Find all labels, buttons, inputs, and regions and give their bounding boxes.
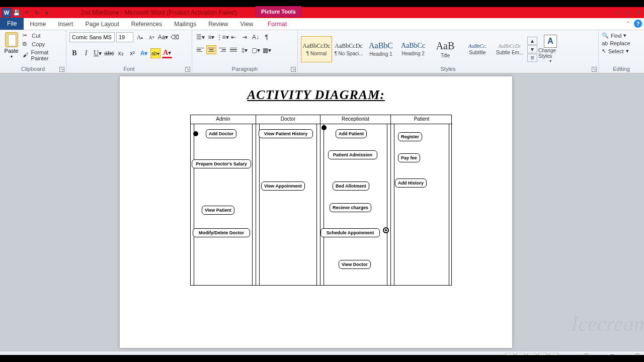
align-center-button[interactable] [206, 45, 216, 54]
paragraph-launcher[interactable]: ↘ [291, 67, 296, 72]
multilevel-button[interactable]: ⋮≡▾ [217, 32, 227, 42]
scissors-icon: ✂ [23, 32, 30, 39]
group-label-paragraph: Paragraph [195, 66, 294, 73]
change-case-button[interactable]: Aa▾ [158, 32, 168, 42]
document-page: ACTIVITY DIAGRAM: Admin Doctor Reception… [120, 76, 512, 348]
borders-button[interactable]: ▦▾ [262, 45, 272, 55]
lane-doctor: Doctor [256, 115, 320, 124]
tab-view[interactable]: View [234, 19, 260, 30]
qat-customize-icon[interactable]: ▾ [42, 8, 51, 17]
styles-gallery[interactable]: AaBbCcDc¶ Normal AaBbCcDc¶ No Spaci... A… [301, 32, 595, 66]
font-size-input[interactable] [116, 32, 133, 42]
numbering-button[interactable]: ≡▾ [206, 32, 216, 42]
minimize-ribbon-icon[interactable]: ˆ [624, 20, 632, 28]
style-title[interactable]: AaBTitle [430, 36, 461, 62]
sort-button[interactable]: A↓ [251, 32, 261, 42]
superscript-button[interactable]: x² [127, 48, 137, 58]
style-subtitle[interactable]: AaBbCc.Subtitle [462, 36, 493, 62]
bullets-button[interactable]: ☰▾ [195, 32, 205, 42]
font-color-button[interactable]: A▾ [162, 48, 172, 58]
lane-admin: Admin [191, 115, 256, 124]
line-spacing-button[interactable]: ‡▾ [239, 45, 250, 55]
cut-button[interactable]: ✂Cut [23, 32, 63, 39]
style-no-spacing[interactable]: AaBbCcDc¶ No Spaci... [333, 36, 364, 62]
text-effects-button[interactable]: A▾ [139, 48, 149, 58]
underline-button[interactable]: U▾ [93, 48, 103, 58]
node-view-history: View Patient History [259, 129, 313, 138]
start-node-admin [193, 131, 198, 136]
styles-row-down[interactable]: ▾ [527, 45, 537, 53]
replace-button[interactable]: abReplace [602, 40, 630, 46]
increase-indent-button[interactable]: ⇥ [239, 32, 250, 42]
subscript-button[interactable]: x₂ [116, 48, 126, 58]
word-app-icon: W [2, 8, 11, 17]
grow-font-button[interactable]: A▴ [135, 32, 145, 42]
group-label-font: Font [69, 66, 189, 73]
font-launcher[interactable]: ↘ [185, 67, 190, 72]
change-styles-button[interactable]: A Change Styles ▾ [538, 35, 562, 63]
styles-launcher[interactable]: ↘ [592, 67, 597, 72]
node-register: Register [398, 132, 422, 141]
tab-review[interactable]: Review [202, 19, 234, 30]
group-label-editing: Editing [602, 66, 641, 73]
tab-insert[interactable]: Insert [52, 19, 79, 30]
font-name-input[interactable] [69, 32, 115, 42]
style-heading-2[interactable]: AaBbCcHeading 2 [397, 36, 429, 62]
lane-patient: Patient [391, 115, 452, 124]
align-left-button[interactable] [195, 45, 205, 54]
clipboard-launcher[interactable]: ↘ [59, 67, 64, 72]
italic-button[interactable]: I [81, 48, 91, 58]
help-icon[interactable]: ? [634, 20, 642, 28]
style-heading-1[interactable]: AaBbCHeading 1 [365, 36, 396, 62]
document-area[interactable]: ACTIVITY DIAGRAM: Admin Doctor Reception… [0, 73, 644, 351]
brush-icon: 🖌 [23, 52, 29, 59]
qat-redo-icon[interactable]: ↻ [32, 8, 41, 17]
shrink-font-button[interactable]: A▾ [146, 32, 156, 42]
title-bar: W 💾 ↶ ↻ ▾ 2nd MileStone - Microsoft Word… [0, 7, 644, 18]
style-normal[interactable]: AaBbCcDc¶ Normal [301, 36, 332, 62]
find-button[interactable]: 🔍Find ▾ [602, 32, 626, 39]
paste-button[interactable]: Paste ▾ [3, 32, 20, 59]
styles-more[interactable]: ≡ [527, 54, 537, 62]
tab-page-layout[interactable]: Page Layout [79, 19, 125, 30]
document-heading: ACTIVITY DIAGRAM: [120, 87, 512, 103]
justify-button[interactable] [228, 45, 238, 54]
clear-formatting-button[interactable]: ⌫ [170, 32, 180, 42]
node-patient-admission: Patient Admission [328, 150, 377, 159]
strikethrough-button[interactable]: abc [104, 48, 114, 58]
activity-diagram[interactable]: Admin Doctor Receptionist Patient Add Do… [190, 115, 452, 286]
node-view-appointment: View Appoinment [261, 182, 305, 191]
node-add-history: Add History [395, 178, 427, 188]
highlight-button[interactable]: ab▾ [150, 48, 160, 58]
qat-save-icon[interactable]: 💾 [12, 8, 21, 17]
letterbox-bottom [0, 355, 644, 362]
decrease-indent-button[interactable]: ⇤ [228, 32, 238, 42]
replace-icon: ab [602, 40, 608, 46]
ribbon-tabs: File Home Insert Page Layout References … [0, 18, 644, 30]
group-label-styles: Styles [301, 66, 595, 73]
copy-button[interactable]: ⧉Copy [23, 41, 63, 48]
styles-row-up[interactable]: ▴ [527, 37, 537, 45]
tab-file[interactable]: File [0, 18, 24, 30]
show-marks-button[interactable]: ¶ [262, 32, 272, 42]
style-subtle-emphasis[interactable]: AaBbCcDcSubtle Em... [494, 36, 525, 62]
select-button[interactable]: ↖Select ▾ [602, 48, 629, 54]
node-schedule-appointment: Schedule Appoinment [320, 228, 380, 237]
tab-references[interactable]: References [125, 19, 168, 30]
tab-mailings[interactable]: Mailings [168, 19, 202, 30]
tab-format[interactable]: Format [262, 19, 293, 30]
qat-undo-icon[interactable]: ↶ [22, 8, 31, 17]
change-styles-icon: A [544, 35, 557, 48]
format-painter-button[interactable]: 🖌Format Painter [23, 49, 63, 61]
contextual-tab-group: Picture Tools [256, 6, 301, 17]
bold-button[interactable]: B [69, 48, 79, 58]
maximize-button[interactable]: □ [626, 9, 630, 16]
end-node [383, 227, 389, 233]
align-right-button[interactable] [217, 45, 227, 54]
shading-button[interactable]: ▢▾ [251, 45, 261, 55]
tab-home[interactable]: Home [24, 19, 52, 30]
minimize-button[interactable]: — [614, 9, 620, 16]
find-icon: 🔍 [602, 32, 609, 39]
close-button[interactable]: ✕ [636, 9, 641, 16]
node-pay-fee: Pay fee [398, 153, 420, 162]
